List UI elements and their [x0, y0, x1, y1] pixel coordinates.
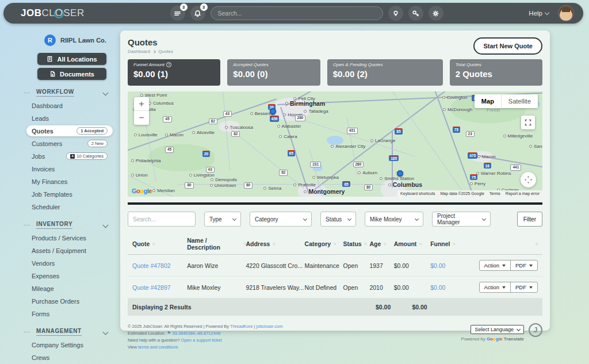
column-header[interactable]: Category↑↓ [305, 240, 343, 247]
sidebar-item-invoices[interactable]: Invoices [26, 163, 113, 174]
sort-icon[interactable]: ↑↓ [453, 242, 456, 246]
map-label: Sandersville [529, 144, 542, 149]
pdf-button[interactable]: PDF [510, 282, 537, 292]
sidebar-item-mileage[interactable]: Mileage [26, 283, 113, 294]
sort-icon[interactable]: ↑↓ [333, 242, 336, 246]
threadkore-link[interactable]: ThreadKore [230, 324, 253, 329]
sidebar-item-my-finances[interactable]: My Finances [26, 176, 113, 187]
sidebar-item-crews[interactable]: Crews [26, 352, 113, 363]
user-avatar[interactable] [558, 5, 574, 21]
sidebar-item-assets-equipment[interactable]: Assets / Equipment [26, 245, 113, 256]
chat-widget-button[interactable]: J [529, 323, 542, 337]
sort-icon[interactable]: ↑↓ [272, 242, 275, 246]
interstate-shield-icon: 20 [202, 151, 210, 157]
filter-dropdown-mike-moxley[interactable]: Mike Moxley [365, 212, 423, 227]
language-select[interactable]: Select Language [471, 325, 524, 334]
queue-button[interactable]: 3 [170, 6, 185, 21]
quote-link[interactable]: Quote #47802 [132, 262, 171, 269]
column-header[interactable]: ↑↓ [461, 242, 538, 246]
section-header[interactable]: --- MANAGEMENT [32, 328, 108, 336]
access-keys-button[interactable] [408, 6, 423, 21]
sort-icon[interactable]: ↑↓ [364, 242, 367, 246]
sidebar-item-purchase-orders[interactable]: Purchase Orders [26, 296, 113, 306]
section-header[interactable]: --- WORKFLOW [32, 89, 108, 97]
nav-item-label: Products / Services [32, 235, 86, 242]
attribution-link[interactable]: Terms [489, 191, 500, 196]
attribution-link[interactable]: Keyboard shortcuts [400, 191, 435, 196]
pdf-button[interactable]: PDF [510, 260, 537, 270]
table-search-input[interactable] [128, 212, 196, 227]
filter-dropdown-type[interactable]: Type [204, 212, 241, 227]
map-label: Perry [470, 181, 485, 186]
sidebar-item-customers[interactable]: Customers 2 New [26, 138, 113, 149]
fullscreen-button[interactable] [521, 116, 535, 129]
documents-button[interactable]: Documents [37, 68, 106, 80]
app-logo: JOBCLOSER [21, 7, 85, 19]
dropdown-value: Status [326, 216, 342, 223]
action-button[interactable]: Action [480, 260, 510, 270]
notifications-button[interactable]: 3 [190, 6, 205, 21]
view-text: View [128, 344, 138, 350]
sidebar-item-leads[interactable]: Leads [26, 113, 113, 124]
google-logo[interactable]: Google [132, 187, 152, 194]
info-icon[interactable]: ? [166, 62, 171, 67]
tips-button[interactable] [388, 6, 403, 21]
company-selector[interactable]: R RIIPL Lawn Co. [44, 35, 108, 46]
sidebar-item-company-settings[interactable]: Company Settings [26, 339, 113, 350]
zoom-out-button[interactable]: − [134, 111, 149, 125]
column-label: Age [369, 240, 381, 247]
all-locations-button[interactable]: All Locations [37, 53, 106, 65]
breadcrumb-dashboard[interactable]: Dashboard [128, 49, 150, 54]
filter-dropdown-status[interactable]: Status [320, 212, 356, 227]
footer-text: © 2025 JobCloser. All Rights Reserved | … [128, 323, 282, 350]
sidebar-item-job-templates[interactable]: Job Templates [26, 189, 113, 200]
sidebar-item-expenses[interactable]: Expenses [26, 270, 113, 281]
satellite-view-button[interactable]: Satellite [501, 94, 538, 108]
filter-dropdown-category[interactable]: Category [250, 212, 312, 227]
sidebar-item-forms[interactable]: Forms [26, 308, 113, 319]
terms-link[interactable]: terms and conditions [138, 344, 178, 350]
start-new-quote-button[interactable]: Start New Quote [473, 37, 542, 55]
sidebar-item-products-services[interactable]: Products / Services [26, 232, 113, 243]
column-header[interactable]: Quote↑↓ [132, 240, 187, 247]
sort-icon[interactable]: ↑↓ [535, 242, 538, 246]
column-header[interactable]: Address↑↓ [246, 240, 304, 247]
attribution-link[interactable]: Map data ©2025 Google [440, 191, 484, 196]
support-ticket-link[interactable]: Open a support ticket [181, 338, 222, 343]
pan-control[interactable] [521, 172, 536, 187]
quotes-map[interactable]: West PointColumbusStarkvilleLouisvilleMa… [128, 91, 542, 197]
coordinates-link[interactable]: 33.3840384,-86.8712448 [172, 331, 220, 336]
sidebar-item-quotes[interactable]: Quotes 1 Accepted [26, 125, 113, 136]
jobcloser-link[interactable]: jobcloser.com [257, 324, 283, 329]
action-button[interactable]: Action [480, 282, 510, 292]
sidebar-item-scheduler[interactable]: Scheduler [26, 201, 113, 212]
column-header[interactable]: Age↑↓ [369, 240, 393, 247]
column-header[interactable]: Funnel↑↓ [430, 240, 461, 247]
zoom-in-button[interactable]: + [134, 97, 149, 111]
attribution-link[interactable]: Report a map error [506, 191, 540, 196]
sort-icon[interactable]: ↑↓ [152, 242, 155, 246]
map-label: Pell City [293, 96, 315, 101]
sort-icon[interactable]: ↑↓ [383, 242, 386, 246]
column-header[interactable]: Status↑↓ [343, 240, 370, 247]
section-header[interactable]: --- INVENTORY [32, 221, 108, 229]
column-header[interactable]: Amount↑↓ [394, 240, 430, 247]
funnel-link[interactable]: $0.00 [430, 262, 445, 269]
map-label: Columbus [148, 101, 174, 106]
funnel-link[interactable]: $0.00 [430, 284, 445, 291]
sort-icon[interactable]: ↑↓ [419, 242, 422, 246]
sidebar-item-vendors[interactable]: Vendors [26, 258, 113, 269]
sidebar-item-jobs[interactable]: Jobs +10 Categories [26, 151, 113, 162]
filter-dropdown-project-manager[interactable]: Project Manager [432, 212, 491, 227]
help-menu[interactable]: Help [529, 10, 549, 17]
map-view-button[interactable]: Map [475, 94, 501, 108]
summary-amount: $0.00 [376, 304, 412, 311]
quote-link[interactable]: Quote #42897 [132, 284, 171, 291]
column-header[interactable]: Name / Description↑↓ [187, 237, 246, 251]
filter-button[interactable]: Filter [517, 212, 542, 227]
map-marker[interactable] [270, 108, 276, 114]
global-search-input[interactable] [211, 6, 383, 20]
dropdown-value: Mike Moxley [370, 216, 402, 223]
settings-button[interactable] [429, 6, 443, 21]
sidebar-item-dashboard[interactable]: Dashboard [26, 100, 113, 111]
